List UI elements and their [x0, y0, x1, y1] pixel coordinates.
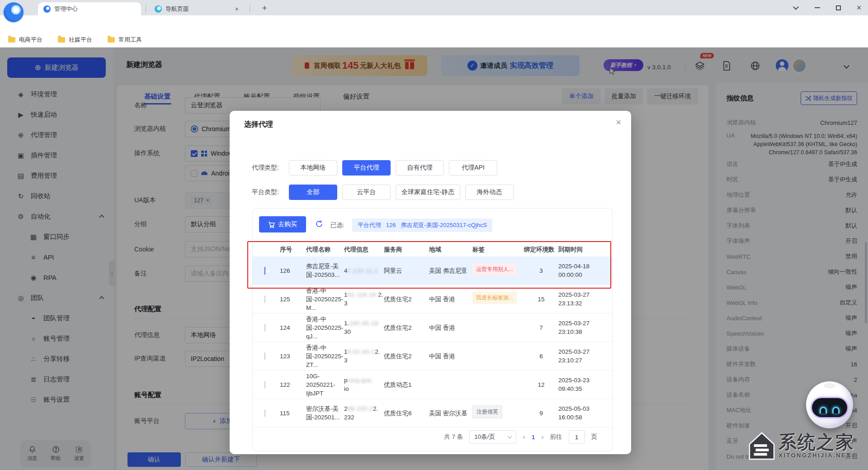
- cell-proxy-info: 19.02.43.12. 3: [344, 347, 384, 365]
- bookmark-label: 电商平台: [19, 36, 42, 44]
- cell-provider: 阿里云: [384, 266, 429, 275]
- cell-proxy-name: 密尔沃基-美国-202501...: [306, 404, 344, 422]
- window-close-button[interactable]: ×: [850, 0, 868, 15]
- cell-expire: 2025-03-27 23:10:27: [558, 347, 601, 365]
- masked-ip: 9.02.43.1: [348, 348, 375, 355]
- window-maximize-button[interactable]: [829, 0, 847, 15]
- cell-proxy-info: 192.118.16.2. 3: [344, 290, 384, 308]
- proxy-type-button[interactable]: 本地网络: [289, 160, 337, 176]
- cell-proxy-name: 香港-中国-20250225-ZT...: [306, 343, 344, 369]
- tab-close-icon[interactable]: ×: [235, 5, 239, 13]
- selected-label: 已选:: [330, 221, 344, 229]
- cell-tag: 运营专用别人...: [472, 263, 517, 275]
- proxy-table-row[interactable]: 126 弗吉尼亚-美国-202503... 47.120.11.1 阿里云 美国…: [253, 256, 613, 285]
- row-checkbox[interactable]: [264, 409, 265, 417]
- bookmark-folder[interactable]: 电商平台: [8, 36, 42, 44]
- page-size-select[interactable]: 10条/页: [469, 430, 516, 444]
- proxy-table-row[interactable]: 122 10G-20250221-IjbJPT proxy.ipw. io 优质…: [253, 370, 613, 399]
- watermark-domain: XITONGZHIJIA.NET: [778, 452, 854, 459]
- platform-type-button[interactable]: 全部: [289, 185, 337, 200]
- cell-proxy-name: 香港-中国-20250225-qJ...: [306, 315, 344, 341]
- column-header: 代理信息: [344, 246, 384, 254]
- tab-divider: [250, 5, 250, 13]
- cell-proxy-info: 1.160.45.18 30: [344, 319, 384, 336]
- folder-icon: [108, 37, 115, 43]
- cell-proxy-name: 香港-中国-20250225-M...: [306, 286, 344, 312]
- total-count: 共 7 条: [444, 433, 463, 441]
- cell-env-count: 3: [524, 266, 558, 275]
- proxy-type-button[interactable]: 代理API: [449, 160, 497, 176]
- cell-provider: 优质住宅2: [384, 352, 429, 361]
- proxy-list-panel: 去购买 已选: 平台代理 126 弗吉尼亚-美国-20250317-cQjhcS…: [252, 208, 613, 451]
- cell-region: 中国 香港: [429, 295, 472, 304]
- platform-type-button[interactable]: 海外动态: [465, 185, 514, 200]
- bookmark-folder[interactable]: 常用工具: [108, 36, 142, 44]
- tab-label: 管理中心: [54, 5, 78, 13]
- robot-eye-icon: [832, 407, 840, 413]
- cell-expire: 2025-03-23 09:40:35: [558, 376, 601, 393]
- cell-id: 125: [280, 295, 306, 304]
- watermark-title: 系统之家: [778, 432, 854, 452]
- bookmark-folder[interactable]: 社媒平台: [58, 36, 92, 44]
- row-checkbox[interactable]: [264, 324, 265, 332]
- cart-icon: [268, 221, 275, 228]
- column-header: 标签: [472, 246, 524, 254]
- yunlogin-logo-icon: [4, 2, 24, 22]
- cell-provider: 优质住宅2: [384, 323, 429, 332]
- browser-tab-active[interactable]: 管理中心: [38, 2, 141, 15]
- platform-type-button[interactable]: 云平台: [342, 185, 391, 200]
- browser-toolbar: ← → ⟳ YunLogin 管理中心 ☆ ⋮: [0, 15, 868, 33]
- robot-eye-icon: [820, 407, 827, 413]
- new-tab-button[interactable]: +: [259, 3, 270, 14]
- modal-close-icon[interactable]: ×: [613, 117, 624, 128]
- masked-ip: roxy.ipw.: [348, 377, 373, 384]
- folder-icon: [58, 37, 65, 43]
- row-checkbox[interactable]: [264, 381, 265, 389]
- proxy-type-button[interactable]: 平台代理: [342, 160, 391, 176]
- proxy-table-row[interactable]: 125 香港-中国-20250225-M... 192.118.16.2. 3 …: [253, 285, 613, 313]
- buy-proxy-button[interactable]: 去购买: [259, 216, 306, 233]
- proxy-table-row[interactable]: 115 密尔沃基-美国-202501... 208.100.22. 232 优质…: [253, 399, 613, 427]
- row-checkbox[interactable]: [264, 295, 265, 303]
- browser-tab-inactive[interactable]: 导航页面 ×: [149, 2, 244, 15]
- proxy-table-body: 126 弗吉尼亚-美国-202503... 47.120.11.1 阿里云 美国…: [253, 256, 613, 427]
- column-header: 地域: [429, 246, 472, 254]
- platform-type-button[interactable]: 全球家庭住宅-静态: [396, 185, 460, 200]
- proxy-type-row: 代理类型: 本地网络平台代理自有代理代理API: [252, 160, 497, 176]
- proxy-table-row[interactable]: 123 香港-中国-20250225-ZT... 19.02.43.12. 3 …: [253, 342, 613, 370]
- prev-page-button[interactable]: ‹: [523, 433, 525, 441]
- goto-page-input[interactable]: [569, 430, 585, 444]
- window-menu-chevron-icon[interactable]: [787, 0, 805, 15]
- cell-proxy-info: proxy.ipw. io: [344, 376, 384, 393]
- platform-type-row: 平台类型: 全部云平台全球家庭住宅-静态海外动态: [252, 185, 514, 200]
- cell-provider: 优质住宅2: [384, 295, 429, 304]
- bookmarks-bar: 电商平台 社媒平台 常用工具: [0, 33, 868, 47]
- house-logo-icon: [749, 432, 775, 460]
- proxy-table-header: 序号代理名称代理信息服务商地域标签绑定环境数到期时间: [253, 242, 613, 256]
- cell-provider: 优质动态1: [384, 380, 429, 389]
- next-page-button[interactable]: ›: [541, 433, 543, 441]
- selected-proxy-chip[interactable]: 平台代理 126 弗吉尼亚-美国-20250317-cQjhcS: [352, 218, 492, 232]
- tab-divider: [146, 5, 146, 13]
- current-page[interactable]: 1: [532, 434, 535, 441]
- cell-id: 115: [280, 409, 306, 418]
- proxy-table-row[interactable]: 124 香港-中国-20250225-qJ... 1.160.45.18 30 …: [253, 313, 613, 342]
- cell-env-count: 7: [524, 323, 558, 332]
- row-checkbox[interactable]: [264, 267, 265, 275]
- assistant-robot-mascot[interactable]: [806, 381, 853, 428]
- masked-ip: 92.118.16.: [348, 291, 378, 298]
- masked-ip: 160.45.18: [349, 320, 378, 327]
- bookmark-label: 常用工具: [118, 36, 142, 44]
- cell-env-count: 6: [524, 352, 558, 361]
- browser-tab-strip: 管理中心 导航页面 × + ×: [0, 0, 868, 15]
- cell-expire: 2025-05-03 16:00:58: [558, 404, 601, 422]
- cell-proxy-info: 208.100.22. 232: [344, 404, 384, 422]
- cell-expire: 2025-04-18 00:00:00: [558, 262, 601, 279]
- window-minimize-button[interactable]: [808, 0, 826, 15]
- cell-proxy-name: 10G-20250221-IjbJPT: [306, 372, 344, 398]
- refresh-icon[interactable]: [315, 220, 323, 229]
- proxy-type-button[interactable]: 自有代理: [396, 160, 444, 176]
- row-checkbox[interactable]: [264, 352, 265, 360]
- cell-id: 123: [280, 352, 306, 361]
- cell-tag: 注册领英: [472, 405, 502, 418]
